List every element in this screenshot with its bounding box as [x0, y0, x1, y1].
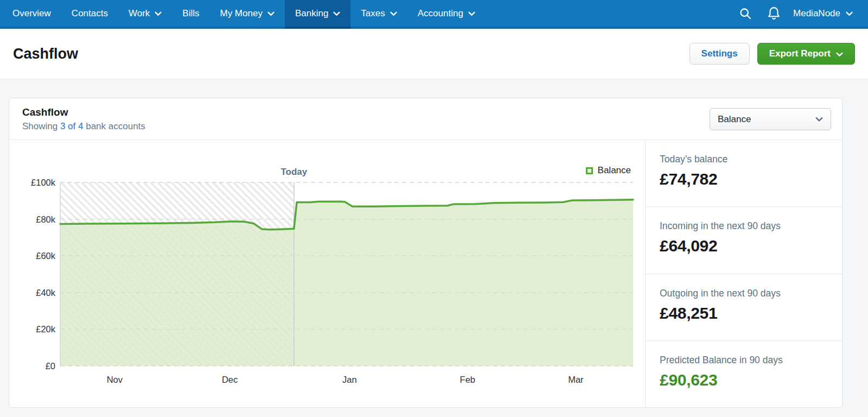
svg-text:Nov: Nov: [107, 375, 123, 384]
notifications-button[interactable]: [762, 0, 786, 27]
chevron-down-icon: [468, 11, 475, 16]
nav-item-taxes[interactable]: Taxes: [350, 0, 407, 27]
chart-panel: Balance £100k£80k£60k£40k£20k£0TodayNovD…: [9, 140, 645, 407]
card-body: Balance £100k£80k£60k£40k£20k£0TodayNovD…: [9, 140, 842, 407]
nav-item-label: Work: [129, 8, 150, 19]
chevron-down-icon: [836, 52, 843, 57]
legend-label: Balance: [598, 165, 631, 176]
svg-text:£100k: £100k: [31, 178, 56, 187]
nav-item-contacts[interactable]: Contacts: [61, 0, 118, 27]
stat-predicted-balance-90-days: Predicted Balance in 90 days £90,623: [646, 340, 842, 407]
top-nav: OverviewContactsWorkBillsMy MoneyBanking…: [0, 0, 868, 29]
metric-select[interactable]: Balance: [710, 108, 831, 130]
nav-item-my-money[interactable]: My Money: [209, 0, 284, 27]
legend-swatch-icon: [586, 167, 593, 174]
svg-text:Jan: Jan: [342, 375, 357, 384]
account-menu-button[interactable]: MediaNode: [790, 0, 856, 27]
svg-text:£80k: £80k: [36, 214, 56, 224]
account-label: MediaNode: [793, 8, 840, 19]
svg-text:£0: £0: [46, 361, 55, 371]
nav-item-work[interactable]: Work: [118, 0, 172, 27]
card-header: Cashflow Showing 3 of 4 bank accounts Ba…: [9, 98, 842, 140]
svg-text:Dec: Dec: [222, 375, 238, 384]
stat-value: £64,092: [660, 237, 828, 255]
settings-button-label: Settings: [701, 48, 738, 59]
nav-items: OverviewContactsWorkBillsMy MoneyBanking…: [2, 0, 486, 27]
chevron-down-icon: [267, 11, 275, 16]
cashflow-chart: £100k£80k£60k£40k£20k£0TodayNovDecJanFeb…: [20, 150, 635, 390]
chevron-down-icon: [155, 11, 162, 16]
svg-text:Mar: Mar: [568, 375, 584, 384]
nav-item-label: My Money: [220, 8, 262, 19]
subtitle-suffix: bank accounts: [83, 121, 145, 131]
nav-item-overview[interactable]: Overview: [2, 0, 61, 27]
search-icon: [739, 7, 752, 20]
stat-outgoing-90-days: Outgoing in the next 90 days £48,251: [646, 274, 842, 340]
stat-label: Incoming in the next 90 days: [660, 220, 828, 232]
search-button[interactable]: [733, 0, 757, 27]
export-report-label: Export Report: [769, 48, 831, 59]
svg-text:Today: Today: [280, 167, 307, 177]
nav-item-label: Accounting: [418, 8, 463, 19]
stat-label: Today’s balance: [660, 154, 828, 165]
bank-accounts-link[interactable]: 3 of 4: [60, 121, 84, 131]
nav-item-label: Bills: [182, 8, 199, 19]
page-title: Cashflow: [13, 46, 78, 62]
chevron-down-icon: [815, 117, 823, 122]
metric-select-value: Balance: [718, 114, 751, 125]
svg-text:Feb: Feb: [460, 375, 475, 384]
nav-item-label: Banking: [295, 8, 328, 19]
stat-value: £90,623: [660, 371, 828, 389]
stats-sidebar: Today’s balance £74,782 Incoming in the …: [645, 140, 842, 407]
stat-value: £74,782: [660, 170, 828, 188]
card-subtitle: Showing 3 of 4 bank accounts: [22, 121, 145, 132]
nav-right: MediaNode: [733, 0, 868, 27]
settings-button[interactable]: Settings: [690, 43, 750, 65]
subtitle-prefix: Showing: [22, 121, 60, 131]
export-report-button[interactable]: Export Report: [757, 43, 855, 65]
card-header-text: Cashflow Showing 3 of 4 bank accounts: [22, 106, 145, 132]
chevron-down-icon: [333, 11, 340, 16]
header-actions: Settings Export Report: [690, 43, 855, 65]
chart-legend: Balance: [586, 165, 631, 176]
stat-todays-balance: Today’s balance £74,782: [646, 140, 842, 206]
svg-text:£60k: £60k: [36, 251, 56, 261]
stat-incoming-90-days: Incoming in the next 90 days £64,092: [646, 206, 842, 273]
page-header: Cashflow Settings Export Report: [0, 29, 868, 79]
cashflow-card: Cashflow Showing 3 of 4 bank accounts Ba…: [9, 98, 843, 408]
nav-item-label: Overview: [12, 8, 51, 19]
bell-icon: [767, 6, 781, 21]
chevron-down-icon: [390, 11, 397, 16]
nav-item-banking[interactable]: Banking: [285, 0, 350, 27]
nav-item-accounting[interactable]: Accounting: [407, 0, 486, 27]
svg-text:£40k: £40k: [36, 288, 56, 298]
stat-value: £48,251: [660, 304, 828, 323]
svg-text:£20k: £20k: [36, 324, 56, 334]
stat-label: Predicted Balance in 90 days: [660, 355, 828, 366]
nav-item-label: Taxes: [361, 8, 385, 19]
chevron-down-icon: [846, 11, 853, 16]
nav-item-label: Contacts: [72, 8, 108, 19]
card-title: Cashflow: [22, 106, 145, 118]
nav-item-bills[interactable]: Bills: [172, 0, 209, 27]
stat-label: Outgoing in the next 90 days: [660, 288, 828, 299]
